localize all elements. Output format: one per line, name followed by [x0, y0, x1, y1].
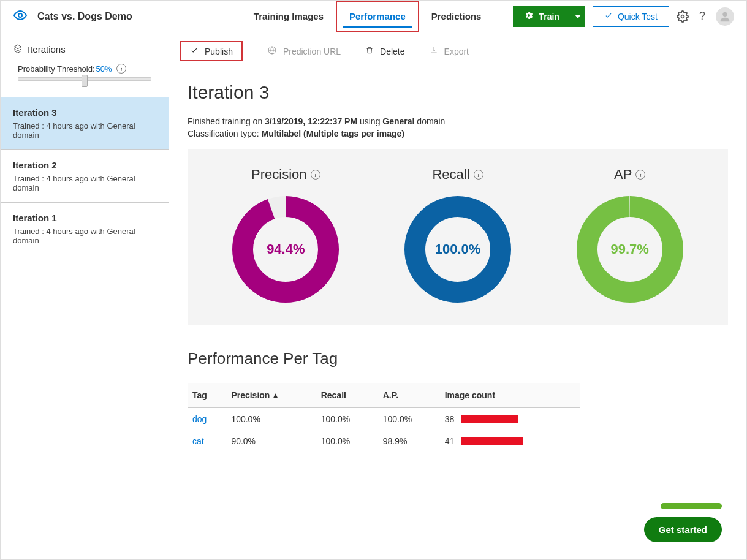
iteration-item-subtitle: Trained : 4 hours ago with General domai…	[13, 174, 156, 192]
train-dropdown-toggle[interactable]	[571, 6, 585, 27]
prediction-url-label: Prediction URL	[283, 47, 341, 56]
precision-metric: Precisioni 94.4%	[227, 167, 344, 308]
delete-label: Delete	[380, 47, 404, 56]
col-image-count[interactable]: Image count	[440, 383, 580, 408]
table-row: dog100.0%100.0%100.0%38	[188, 408, 580, 431]
publish-label: Publish	[205, 47, 233, 56]
cell-count: 41	[445, 436, 575, 446]
decorative-pill	[661, 503, 722, 509]
classification-type-line: Classification type: Multilabel (Multipl…	[188, 129, 728, 138]
iteration-item-subtitle: Trained : 4 hours ago with General domai…	[13, 227, 156, 245]
iteration-item[interactable]: Iteration 2Trained : 4 hours ago with Ge…	[1, 149, 169, 202]
threshold-control: Probability Threshold: 50% i	[1, 61, 169, 97]
metric-value: 94.4%	[227, 191, 344, 308]
gears-icon	[524, 10, 534, 22]
sidebar: Iterations Probability Threshold: 50% i …	[1, 32, 169, 559]
metric-value: 100.0%	[400, 191, 516, 308]
iteration-item-subtitle: Trained : 4 hours ago with General domai…	[13, 121, 156, 140]
iteration-toolbar: Publish Prediction URL Delete Export	[169, 32, 746, 67]
tab-training-images[interactable]: Training Images	[241, 1, 336, 32]
nav-tabs: Training Images Performance Predictions	[241, 1, 494, 32]
cell-precision: 90.0%	[226, 430, 316, 452]
training-finished-line: Finished training on 3/19/2019, 12:22:37…	[188, 116, 728, 126]
performance-table: Tag Precision▴ Recall A.P. Image count d…	[188, 383, 580, 452]
col-ap[interactable]: A.P.	[378, 383, 440, 408]
train-button-label: Train	[539, 12, 559, 21]
info-icon[interactable]: i	[116, 64, 126, 74]
cell-ap: 98.9%	[378, 430, 440, 452]
col-precision[interactable]: Precision▴	[226, 383, 316, 408]
project-title: Cats vs. Dogs Demo	[37, 11, 132, 22]
info-icon[interactable]: i	[474, 170, 483, 180]
export-button[interactable]: Export	[430, 46, 469, 56]
iteration-item[interactable]: Iteration 1Trained : 4 hours ago with Ge…	[1, 202, 169, 255]
tab-performance[interactable]: Performance	[336, 1, 419, 32]
delete-button[interactable]: Delete	[365, 46, 404, 56]
svg-point-1	[681, 15, 684, 18]
iterations-label: Iterations	[28, 44, 66, 55]
recall-donut: 100.0%	[400, 191, 516, 308]
info-icon[interactable]: i	[311, 170, 320, 180]
iteration-item[interactable]: Iteration 3Trained : 4 hours ago with Ge…	[1, 97, 169, 149]
metrics-panel: Precisioni 94.4% Recalli 100.0% APi 99.7…	[188, 149, 728, 325]
tab-predictions[interactable]: Predictions	[419, 1, 494, 32]
train-button[interactable]: Train	[513, 6, 585, 27]
cell-ap: 100.0%	[378, 408, 440, 431]
cell-precision: 100.0%	[226, 408, 316, 431]
prediction-url-button[interactable]: Prediction URL	[267, 45, 341, 57]
quick-test-label: Quick Test	[618, 12, 658, 21]
threshold-value: 50%	[96, 64, 112, 74]
svg-point-2	[722, 12, 727, 16]
col-recall[interactable]: Recall	[316, 383, 378, 408]
cell-recall: 100.0%	[316, 408, 378, 431]
ap-donut: 99.7%	[572, 191, 688, 308]
precision-donut: 94.4%	[227, 191, 344, 308]
publish-button[interactable]: Publish	[180, 41, 243, 61]
help-icon[interactable]: ?	[696, 10, 708, 23]
col-tag[interactable]: Tag	[188, 383, 226, 408]
metric-value: 99.7%	[572, 191, 688, 308]
layers-icon	[13, 44, 23, 55]
sort-asc-icon: ▴	[273, 390, 278, 400]
cell-count: 38	[445, 414, 575, 424]
count-bar	[461, 415, 518, 423]
main-content: Publish Prediction URL Delete Export Ite…	[169, 32, 746, 559]
ap-metric: APi 99.7%	[572, 167, 688, 308]
iteration-item-title: Iteration 2	[13, 160, 156, 170]
precision-label: Precision	[251, 167, 306, 183]
count-bar	[461, 437, 523, 445]
quick-test-button[interactable]: Quick Test	[593, 6, 669, 27]
checkmark-icon	[190, 46, 199, 56]
recall-label: Recall	[432, 167, 469, 183]
iterations-header: Iterations	[1, 32, 169, 61]
iteration-title: Iteration 3	[188, 82, 728, 103]
iteration-item-title: Iteration 1	[13, 213, 156, 223]
svg-point-0	[18, 13, 22, 17]
tag-link[interactable]: cat	[192, 436, 204, 446]
download-icon	[430, 46, 438, 56]
get-started-button[interactable]: Get started	[644, 517, 722, 542]
ap-label: AP	[614, 167, 632, 183]
trash-icon	[365, 46, 374, 56]
settings-gear-icon[interactable]	[677, 10, 689, 23]
threshold-label: Probability Threshold:	[18, 64, 95, 74]
iteration-list: Iteration 3Trained : 4 hours ago with Ge…	[1, 97, 169, 255]
checkmark-icon	[604, 11, 613, 21]
globe-icon	[267, 45, 277, 57]
custom-vision-logo-icon	[13, 8, 28, 25]
recall-metric: Recalli 100.0%	[400, 167, 516, 308]
table-row: cat90.0%100.0%98.9%41	[188, 430, 580, 452]
threshold-slider[interactable]	[18, 77, 151, 85]
cell-recall: 100.0%	[316, 430, 378, 452]
app-header: Cats vs. Dogs Demo Training Images Perfo…	[1, 1, 746, 32]
export-label: Export	[444, 47, 469, 56]
info-icon[interactable]: i	[635, 170, 645, 180]
user-avatar[interactable]	[716, 7, 734, 26]
performance-per-tag-heading: Performance Per Tag	[188, 349, 728, 368]
tag-link[interactable]: dog	[192, 414, 207, 424]
iteration-item-title: Iteration 3	[13, 107, 156, 118]
